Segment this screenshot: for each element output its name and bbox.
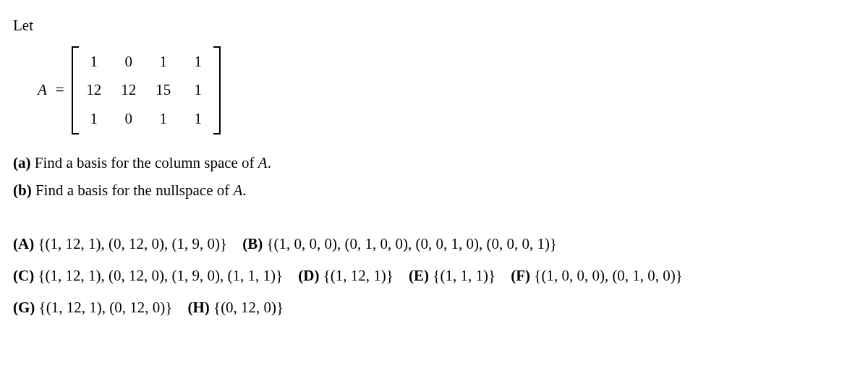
choice-g-text: {(1, 12, 1), (0, 12, 0)} (39, 299, 173, 316)
equals-sign: = (56, 79, 64, 102)
choice-a-text: {(1, 12, 1), (0, 12, 0), (1, 9, 0)} (38, 235, 227, 252)
choice-d-text: {(1, 12, 1)} (323, 267, 393, 284)
answer-choices: (A) {(1, 12, 1), (0, 12, 0), (1, 9, 0)} … (13, 228, 855, 323)
matrix-cell: 12 (121, 79, 137, 102)
choice-a-label: (A) (13, 235, 34, 252)
choice-f-label: (F) (511, 267, 530, 284)
matrix-grid: 1 0 1 1 12 12 15 1 1 0 1 1 (79, 46, 213, 135)
part-b: (b) Find a basis for the nullspace of A. (13, 179, 855, 202)
part-a-after: . (268, 154, 271, 171)
choice-e-text: {(1, 1, 1)} (433, 267, 495, 284)
choice-c-label: (C) (13, 267, 34, 284)
matrix-bracket: 1 0 1 1 12 12 15 1 1 0 1 1 (72, 46, 221, 135)
matrix-cell: 0 (121, 108, 137, 131)
matrix-definition: A = 1 0 1 1 12 12 15 1 1 0 1 1 (38, 46, 855, 135)
choice-a: (A) {(1, 12, 1), (0, 12, 0), (1, 9, 0)} (13, 235, 227, 252)
choice-f-text: {(1, 0, 0, 0), (0, 1, 0, 0)} (534, 267, 683, 284)
choice-d: (D) {(1, 12, 1)} (298, 267, 393, 284)
choice-b-text: {(1, 0, 0, 0), (0, 1, 0, 0), (0, 0, 1, 0… (267, 235, 558, 252)
matrix-label: A (38, 79, 47, 102)
left-bracket-icon (72, 46, 79, 135)
choice-h-label: (H) (187, 299, 209, 316)
part-b-text: Find a basis for the nullspace of (35, 182, 234, 199)
matrix-cell: 1 (156, 108, 171, 131)
matrix-cell: 1 (86, 108, 102, 131)
right-bracket-icon (213, 46, 221, 135)
question-parts: (a) Find a basis for the column space of… (13, 152, 855, 202)
part-a-var: A (258, 154, 268, 171)
choice-h-text: {(0, 12, 0)} (213, 299, 284, 316)
part-a-label: (a) (13, 154, 31, 171)
choice-c: (C) {(1, 12, 1), (0, 12, 0), (1, 9, 0), … (13, 267, 283, 284)
choice-h: (H) {(0, 12, 0)} (187, 299, 284, 316)
matrix-cell: 12 (86, 79, 102, 102)
part-a: (a) Find a basis for the column space of… (13, 152, 855, 175)
matrix-cell: 1 (190, 79, 206, 102)
choice-e: (E) {(1, 1, 1)} (409, 267, 495, 284)
matrix-cell: 1 (190, 108, 206, 131)
part-b-label: (b) (13, 182, 32, 199)
choice-g: (G) {(1, 12, 1), (0, 12, 0)} (13, 299, 172, 316)
matrix-cell: 1 (86, 51, 102, 74)
matrix-cell: 1 (156, 51, 171, 74)
choice-b: (B) {(1, 0, 0, 0), (0, 1, 0, 0), (0, 0, … (242, 235, 557, 252)
part-b-after: . (242, 182, 246, 199)
part-a-text: Find a basis for the column space of (35, 154, 258, 171)
matrix-cell: 0 (121, 51, 137, 74)
matrix-cell: 15 (156, 79, 171, 102)
choice-c-text: {(1, 12, 1), (0, 12, 0), (1, 9, 0), (1, … (38, 267, 283, 284)
choice-e-label: (E) (409, 267, 429, 284)
choice-g-label: (G) (13, 299, 35, 316)
matrix-cell: 1 (190, 51, 206, 74)
choice-b-label: (B) (242, 235, 263, 252)
choice-f: (F) {(1, 0, 0, 0), (0, 1, 0, 0)} (511, 267, 683, 284)
part-b-var: A (233, 182, 242, 199)
choice-d-label: (D) (298, 267, 319, 284)
intro-text: Let (13, 14, 855, 38)
